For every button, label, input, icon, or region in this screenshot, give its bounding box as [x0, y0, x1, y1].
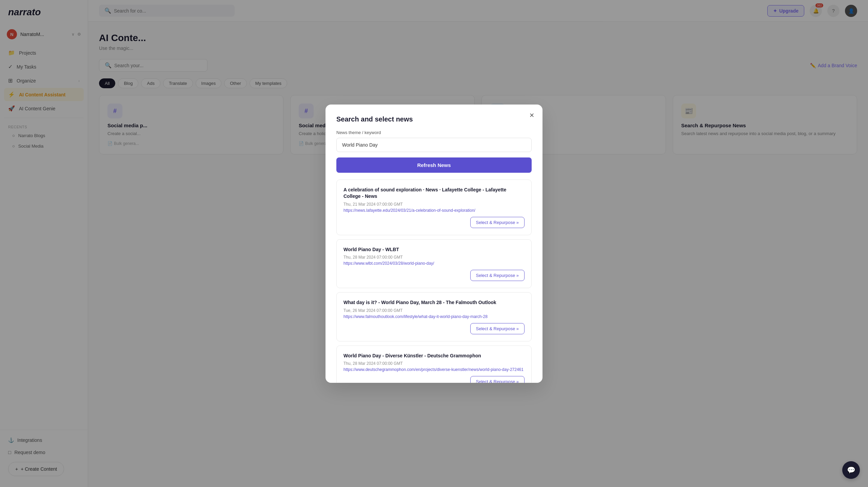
news-item-footer: Select & Repurpose »: [343, 376, 525, 382]
modal-overlay[interactable]: ✕ Search and select news News theme / ke…: [0, 0, 868, 487]
select-repurpose-button-3[interactable]: Select & Repurpose »: [470, 323, 525, 334]
refresh-news-button[interactable]: Refresh News: [336, 157, 532, 173]
news-url[interactable]: https://news.lafayette.edu/2024/03/21/a-…: [343, 208, 525, 213]
news-item-footer: Select & Repurpose »: [343, 217, 525, 228]
modal-label: News theme / keyword: [336, 130, 532, 135]
news-date: Thu, 28 Mar 2024 07:00:00 GMT: [343, 255, 525, 260]
news-title: A celebration of sound exploration · New…: [343, 187, 525, 200]
modal: ✕ Search and select news News theme / ke…: [326, 105, 542, 383]
modal-title: Search and select news: [336, 115, 532, 123]
news-item-4: World Piano Day - Diverse Künstler - Deu…: [336, 345, 532, 383]
news-url[interactable]: https://www.deutschegrammophon.com/en/pr…: [343, 367, 525, 372]
news-item-footer: Select & Repurpose »: [343, 323, 525, 334]
news-keyword-input[interactable]: [336, 138, 532, 152]
news-item-3: What day is it? - World Piano Day, March…: [336, 292, 532, 341]
modal-close-button[interactable]: ✕: [526, 110, 537, 121]
select-repurpose-button-1[interactable]: Select & Repurpose »: [470, 217, 525, 228]
news-date: Thu, 21 Mar 2024 07:00:00 GMT: [343, 202, 525, 207]
news-date: Thu, 28 Mar 2024 07:00:00 GMT: [343, 361, 525, 366]
chat-icon: 💬: [847, 466, 855, 474]
news-title: World Piano Day - WLBT: [343, 246, 525, 253]
news-title: World Piano Day - Diverse Künstler - Deu…: [343, 353, 525, 359]
news-url[interactable]: https://www.wlbt.com/2024/03/28/world-pi…: [343, 261, 525, 266]
news-item-1: A celebration of sound exploration · New…: [336, 180, 532, 235]
chat-button[interactable]: 💬: [842, 461, 860, 479]
news-item-2: World Piano Day - WLBT Thu, 28 Mar 2024 …: [336, 239, 532, 288]
news-title: What day is it? - World Piano Day, March…: [343, 299, 525, 306]
news-url[interactable]: https://www.falmouthoutlook.com/lifestyl…: [343, 314, 525, 319]
select-repurpose-button-4[interactable]: Select & Repurpose »: [470, 376, 525, 382]
select-repurpose-button-2[interactable]: Select & Repurpose »: [470, 270, 525, 281]
news-date: Tue, 26 Mar 2024 07:00:00 GMT: [343, 308, 525, 313]
news-item-footer: Select & Repurpose »: [343, 270, 525, 281]
